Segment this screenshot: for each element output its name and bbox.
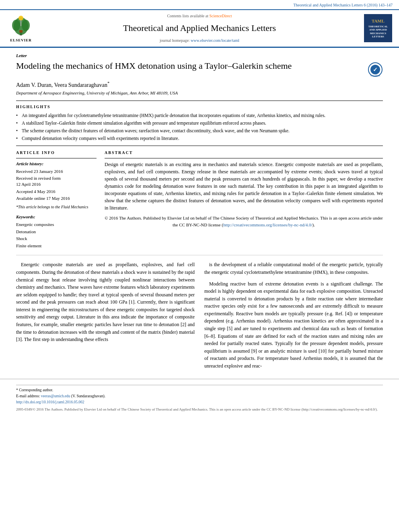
body-divider: [16, 255, 383, 255]
received-date: Received 23 January 2016: [16, 168, 97, 175]
email-note: E-mail address: veeras@umich.edu (V. Sun…: [16, 394, 383, 399]
authors-text: Adam V. Duran, Veera Sundararaghavan*: [16, 82, 109, 88]
homepage-label: journal homepage:: [160, 38, 190, 43]
abstract-col: ABSTRACT Design of energetic materials i…: [105, 150, 383, 249]
homepage-link[interactable]: www.elsevier.com/locate/taml: [191, 38, 239, 43]
col-divider-right: [105, 158, 383, 158]
body-right-para-2: Modeling reactive burn of extreme detona…: [204, 280, 383, 370]
highlight-item-3: The scheme captures the distinct feature…: [16, 127, 383, 134]
info-abstract-columns: ARTICLE INFO Article history: Received 2…: [16, 150, 383, 249]
body-columns: Energetic composite materials are used a…: [16, 261, 383, 374]
journal-header-center: Contents lists available at ScienceDirec…: [40, 13, 359, 43]
crossmark-icon: ✓ CrossMark: [368, 62, 383, 77]
elsevier-logo-area: ELSEVIER: [5, 13, 37, 43]
contents-available-text: Contents lists available at: [167, 14, 208, 18]
footer-bottom-text: 2095-0349/© 2016 The Authors. Published …: [16, 407, 383, 412]
keywords-list: Energetic composites Detonation Shock Fi…: [16, 221, 97, 249]
doi-link[interactable]: http://dx.doi.org/10.1016/j.taml.2016.05…: [16, 400, 84, 404]
abstract-text: Design of energetic materials is an exci…: [105, 161, 383, 212]
svg-point-5: [19, 16, 23, 21]
abstract-copyright: © 2016 The Authors. Published by Elsevie…: [105, 215, 383, 228]
col-divider-left: [16, 158, 97, 158]
email-link[interactable]: veeras@umich.edu: [41, 394, 71, 398]
elsevier-label: ELSEVIER: [10, 38, 32, 43]
taml-logo-area: TAML THEORETICALAND APPLIEDMECHANICSLETT…: [362, 13, 394, 43]
body-right-col: is the development of a reliable computa…: [204, 261, 383, 374]
svg-point-3: [22, 20, 30, 31]
keyword-2: Detonation: [16, 228, 97, 236]
email-label: E-mail address:: [16, 394, 40, 398]
keyword-1: Energetic composites: [16, 221, 97, 228]
revised-date: Received in revised form12 April 2016: [16, 175, 97, 188]
keyword-3: Shock: [16, 235, 97, 242]
journal-homepage: journal homepage: www.elsevier.com/locat…: [160, 38, 239, 43]
email-suffix: (V. Sundararaghavan).: [71, 394, 105, 398]
sciencedirect-link[interactable]: ScienceDirect: [209, 14, 232, 18]
journal-citation-text: Theoretical and Applied Mechanics Letter…: [293, 3, 393, 7]
available-date: Available online 17 May 2016: [16, 195, 97, 201]
svg-text:✓: ✓: [373, 67, 378, 73]
highlights-list: An integrated algorithm for cyclotetrame…: [16, 112, 383, 142]
abstract-header: ABSTRACT: [105, 150, 383, 156]
elsevier-tree-icon: [9, 14, 33, 36]
highlight-item-2: A stabilized Taylor–Galerkin finite elem…: [16, 120, 383, 126]
sciencedirect-line: Contents lists available at ScienceDirec…: [167, 13, 232, 19]
highlight-item-1: An integrated algorithm for cyclotetrame…: [16, 112, 383, 119]
svg-rect-6: [21, 20, 21, 26]
journal-title: Theoretical and Applied Mechanics Letter…: [123, 22, 276, 35]
svg-rect-4: [19, 30, 23, 33]
article-info-col: ARTICLE INFO Article history: Received 2…: [16, 150, 97, 249]
authors: Adam V. Duran, Veera Sundararaghavan*: [16, 80, 383, 89]
history-label: Article history:: [16, 161, 97, 167]
body-left-col: Energetic composite materials are used a…: [16, 261, 195, 374]
corresponding-note: * Corresponding author.: [16, 388, 383, 393]
footer: * Corresponding author. E-mail address: …: [0, 379, 399, 415]
body-left-para: Energetic composite materials are used a…: [16, 261, 195, 343]
svg-point-2: [12, 20, 20, 31]
article-title-row: Modeling the mechanics of HMX detonation…: [16, 60, 383, 77]
journal-header: ELSEVIER Contents lists available at Sci…: [0, 10, 399, 48]
article-type: Letter: [16, 53, 383, 59]
taml-logo: TAML THEORETICALAND APPLIEDMECHANICSLETT…: [364, 14, 392, 42]
body-right-para-1: is the development of a reliable computa…: [204, 261, 383, 276]
page: Theoretical and Applied Mechanics Letter…: [0, 0, 399, 532]
highlights-header: HIGHLIGHTS: [16, 104, 383, 110]
section-note: *This article belongs to the Fluid Mecha…: [16, 204, 97, 210]
journal-citation-line: Theoretical and Applied Mechanics Letter…: [0, 0, 399, 10]
divider-2: [16, 146, 383, 146]
article-info-header: ARTICLE INFO: [16, 150, 97, 156]
keyword-4: Finite element: [16, 242, 97, 250]
divider-1: [16, 101, 383, 101]
affiliation: Department of Aerospace Engineering, Uni…: [16, 90, 383, 96]
keywords-label: Keywords:: [16, 214, 97, 220]
highlight-item-4: Computed detonation velocity compares we…: [16, 135, 383, 142]
cc-license-link[interactable]: http://creativecommons.org/licenses/by-n…: [223, 222, 313, 227]
footer-divider: [16, 385, 383, 385]
doi-note: http://dx.doi.org/10.1016/j.taml.2016.05…: [16, 400, 383, 405]
article-title-text: Modeling the mechanics of HMX detonation…: [16, 60, 361, 72]
main-content: Letter Modeling the mechanics of HMX det…: [0, 48, 399, 379]
svg-text:CrossMark: CrossMark: [370, 74, 380, 77]
accepted-date: Accepted 4 May 2016: [16, 189, 97, 195]
